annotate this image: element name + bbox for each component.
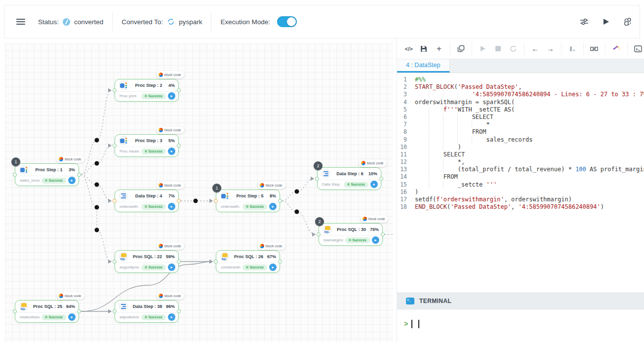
panel-icon[interactable] bbox=[632, 42, 644, 55]
forward-arrow-icon[interactable]: → bbox=[544, 42, 556, 55]
block-code-badge[interactable]: block code bbox=[57, 292, 84, 300]
graph-node[interactable]: block code Proc Step : 2 4% Proc print S… bbox=[115, 79, 179, 102]
terminal-input[interactable]: > bbox=[397, 310, 644, 342]
node-port-left[interactable] bbox=[317, 232, 321, 236]
status-badge: Success bbox=[41, 178, 66, 184]
node-port-left[interactable] bbox=[113, 144, 117, 148]
node-port-right[interactable] bbox=[177, 260, 181, 264]
node-port-left[interactable] bbox=[13, 309, 17, 313]
node-port-right[interactable] bbox=[379, 177, 383, 181]
block-code-badge[interactable]: block code bbox=[258, 182, 285, 189]
node-port-right[interactable] bbox=[177, 88, 181, 92]
junction-dot bbox=[95, 205, 99, 210]
graph-node[interactable]: block code Proc Step : 5 8% orderswith..… bbox=[216, 190, 280, 212]
block-code-badge[interactable]: block code bbox=[157, 182, 184, 189]
node-port-left[interactable] bbox=[214, 260, 218, 264]
code-icon[interactable]: </> bbox=[403, 42, 415, 55]
divider bbox=[112, 12, 113, 31]
code-editor[interactable]: 1#%%2START_BLOCK('Passed DataStep',3 '4:… bbox=[397, 74, 644, 253]
node-action-button[interactable]: ▸ bbox=[168, 203, 175, 210]
node-port-right[interactable] bbox=[278, 260, 282, 264]
converted-to-label: Converted To: bbox=[121, 18, 163, 26]
node-action-button[interactable]: ▸ bbox=[269, 203, 277, 210]
block-code-icon bbox=[59, 157, 63, 161]
block-code-badge[interactable]: block code bbox=[157, 71, 184, 78]
block-code-badge[interactable]: block code bbox=[57, 155, 84, 163]
tab-datastep[interactable]: 4 : DataStep bbox=[397, 59, 450, 73]
refresh-icon[interactable] bbox=[507, 42, 519, 55]
terminal-title: TERMINAL bbox=[419, 298, 451, 304]
block-code-badge[interactable]: block code bbox=[157, 292, 184, 300]
node-port-left[interactable] bbox=[113, 309, 117, 313]
status-icon bbox=[63, 18, 70, 26]
hamburger-menu-icon[interactable] bbox=[16, 19, 25, 25]
node-port-left[interactable] bbox=[214, 199, 218, 203]
divider bbox=[524, 42, 524, 55]
node-percent: 96% bbox=[166, 304, 175, 309]
node-port-right[interactable] bbox=[77, 309, 81, 313]
node-port-left[interactable] bbox=[113, 199, 117, 203]
chart-icon[interactable] bbox=[566, 42, 578, 55]
block-code-badge[interactable]: block code bbox=[258, 242, 285, 250]
graph-node[interactable]: block code Data Step : 4 7% orderswith..… bbox=[115, 190, 179, 212]
execution-mode-toggle[interactable] bbox=[277, 16, 297, 27]
add-icon[interactable]: + bbox=[433, 42, 445, 55]
node-action-button[interactable]: ▸ bbox=[372, 236, 379, 244]
junction-dot bbox=[295, 210, 299, 214]
node-sublabel: adjustedunit... bbox=[120, 315, 139, 319]
graph-node[interactable]: block code Proc Step : 3 5% Proc means S… bbox=[115, 134, 179, 157]
node-port-right[interactable] bbox=[77, 173, 81, 177]
divider bbox=[211, 12, 211, 31]
divider bbox=[561, 42, 562, 55]
node-title: Proc SQL : 22 bbox=[130, 254, 164, 259]
node-action-button[interactable]: ▸ bbox=[168, 313, 175, 321]
node-port-left[interactable] bbox=[113, 88, 117, 92]
node-port-right[interactable] bbox=[177, 309, 181, 313]
compare-icon[interactable] bbox=[588, 42, 600, 55]
graph-node[interactable]: block code Proc Step : 1 3% sales_record… bbox=[15, 163, 79, 186]
block-code-badge[interactable]: block code bbox=[157, 126, 184, 134]
run-icon[interactable] bbox=[477, 42, 489, 55]
node-port-right[interactable] bbox=[278, 199, 282, 203]
settings-sliders-icon[interactable] bbox=[579, 17, 589, 27]
block-code-badge[interactable]: block code bbox=[361, 215, 388, 223]
status-badge: Success bbox=[41, 314, 66, 320]
restore-layout-icon[interactable] bbox=[623, 17, 633, 27]
graph-node[interactable]: block code SQL Proc SQL : 30 75% lowmarg… bbox=[319, 223, 383, 246]
stop-icon[interactable] bbox=[492, 42, 504, 55]
node-action-button[interactable]: ▸ bbox=[168, 264, 175, 271]
terminal-header[interactable]: TERMINAL bbox=[397, 293, 644, 309]
magic-wand-icon[interactable] bbox=[610, 42, 622, 55]
edge bbox=[81, 175, 111, 262]
node-port-left[interactable] bbox=[13, 173, 17, 177]
node-port-right[interactable] bbox=[177, 144, 181, 148]
editor-panel: </> + ← → bbox=[397, 38, 644, 342]
code-line: 3 '4:5859907074586240894 - Lines: 6 - 27… bbox=[397, 91, 644, 98]
editor-tabbar: 4 : DataStep bbox=[397, 59, 644, 73]
copy-icon[interactable] bbox=[455, 42, 467, 55]
block-code-icon bbox=[159, 128, 163, 132]
node-action-button[interactable]: ▸ bbox=[370, 181, 378, 188]
node-port-right[interactable] bbox=[177, 199, 181, 203]
graph-node[interactable]: block code Data Step : 6 10% Data Step S… bbox=[317, 167, 381, 190]
node-port-left[interactable] bbox=[315, 177, 319, 181]
pipeline-canvas[interactable]: block code Proc Step : 2 4% Proc print S… bbox=[5, 43, 393, 342]
graph-node[interactable]: block code SQL Proc SQL : 25 64% totalun… bbox=[15, 300, 79, 323]
graph-node[interactable]: block code SQL Proc SQL : 26 67% combine… bbox=[216, 250, 280, 273]
save-icon[interactable] bbox=[418, 42, 430, 55]
node-action-button[interactable]: ▸ bbox=[168, 148, 175, 155]
node-action-button[interactable]: ▸ bbox=[168, 92, 175, 100]
node-action-button[interactable]: ▸ bbox=[68, 313, 76, 321]
graph-node[interactable]: block code SQL Proc SQL : 22 59% avgunit… bbox=[115, 250, 179, 273]
editor-toolbar: </> + ← → bbox=[397, 38, 644, 59]
run-icon[interactable] bbox=[601, 17, 611, 27]
node-port-right[interactable] bbox=[381, 232, 385, 236]
block-code-badge[interactable]: block code bbox=[157, 242, 184, 250]
back-arrow-icon[interactable]: ← bbox=[529, 42, 541, 55]
converted-to-value: pyspark bbox=[179, 18, 202, 26]
graph-node[interactable]: block code Data Step : 38 96% adjustedun… bbox=[115, 300, 179, 323]
node-action-button[interactable]: ▸ bbox=[269, 264, 277, 271]
node-action-button[interactable]: ▸ bbox=[68, 177, 76, 184]
block-code-badge[interactable]: block code bbox=[359, 159, 387, 167]
node-port-left[interactable] bbox=[113, 260, 117, 264]
